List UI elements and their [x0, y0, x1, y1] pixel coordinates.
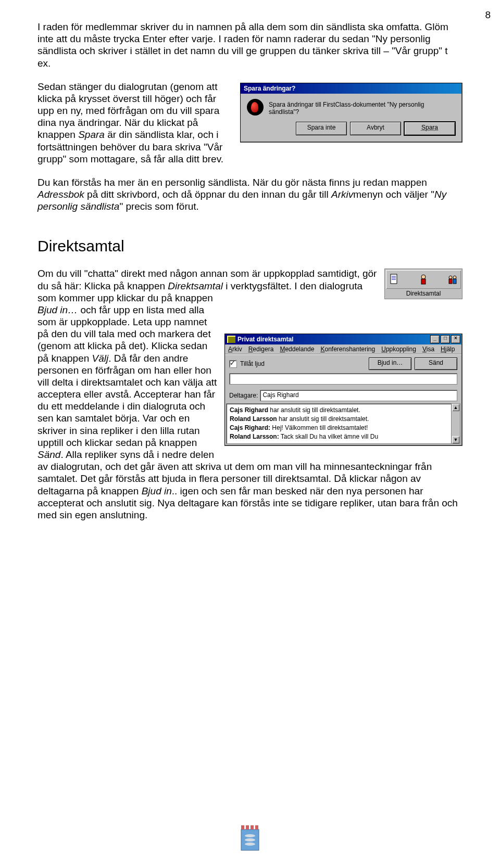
p3-e: menyn och väljer ": [353, 189, 434, 200]
p4-b: Direktsamtal: [168, 280, 223, 291]
log-3-who: Roland Larsson:: [230, 433, 279, 440]
save-button[interactable]: Spara: [404, 122, 455, 135]
menu-meddelande[interactable]: Meddelande: [280, 346, 314, 353]
log-3-text: Tack skall Du ha vilket ämne vill Du: [279, 433, 379, 440]
svg-point-7: [453, 276, 456, 279]
snippet-label: Direktsamtal: [385, 290, 462, 299]
people-icon: [447, 273, 458, 286]
save-dialog-title: Spara ändringar?: [241, 83, 461, 94]
svg-rect-5: [421, 279, 426, 284]
save-button-label: Spara: [421, 124, 438, 131]
invite-button[interactable]: Bjud in…: [369, 358, 411, 370]
scroll-down-button[interactable]: ▼: [452, 436, 459, 443]
svg-rect-14: [255, 825, 258, 829]
menu-konferens[interactable]: Konferenshantering: [320, 346, 375, 353]
log-0-who: Cajs Righard: [230, 406, 268, 414]
scroll-up-button[interactable]: ▲: [452, 404, 459, 411]
person-red-icon: [418, 273, 429, 286]
svg-rect-11: [241, 825, 244, 829]
menu-hjalp[interactable]: Hjälp: [441, 346, 455, 353]
svg-point-4: [421, 275, 426, 279]
svg-point-16: [245, 838, 255, 841]
window-icon: [227, 336, 235, 343]
participants-field: Cajs Righard: [260, 390, 457, 401]
send-button[interactable]: Sänd: [415, 358, 457, 370]
allow-sound-checkbox[interactable]: [229, 360, 237, 368]
save-dialog: Spara ändringar? Spara ändringar till Fi…: [240, 83, 463, 143]
p3-g: " precis som förut.: [119, 201, 198, 212]
footer-logo-icon: [237, 822, 263, 853]
svg-rect-13: [251, 825, 254, 829]
firstclass-icon: [247, 99, 264, 116]
paragraph-1: I raden för medlemmar skriver du in namn…: [38, 21, 463, 69]
svg-rect-8: [449, 279, 452, 284]
minimize-button[interactable]: _: [430, 335, 440, 343]
chat-dialog: Privat direktsamtal _ □ × Arkiv Redigera…: [224, 334, 463, 445]
page-icon: [389, 273, 399, 286]
paragraph-3: Du kan förstås ha mer än en personlig sä…: [38, 176, 463, 213]
svg-point-17: [245, 843, 255, 846]
log-2-who: Cajs Righard:: [230, 424, 270, 431]
allow-sound-label: Tillåt ljud: [240, 360, 366, 367]
p2-b: Spara: [78, 129, 105, 140]
svg-point-15: [245, 834, 255, 837]
heading-direktsamtal: Direktsamtal: [38, 237, 463, 255]
svg-rect-9: [453, 279, 456, 284]
maximize-button[interactable]: □: [441, 335, 450, 343]
dont-save-button[interactable]: Spara inte: [296, 122, 347, 135]
log-2-text: Hej! Välkommen till direktsamtalet!: [270, 424, 368, 431]
toolbar-snippet: Direktsamtal: [384, 269, 463, 299]
menu-redigera[interactable]: Redigera: [248, 346, 274, 353]
p3-c: på ditt skrivbord, och då öppnar du den …: [84, 189, 331, 200]
paragraph-1-text: I raden för medlemmar skriver du in namn…: [38, 21, 448, 69]
p3-d: Arkiv: [331, 189, 353, 200]
cancel-button[interactable]: Avbryt: [350, 122, 401, 135]
svg-rect-0: [391, 274, 397, 284]
participants-label: Deltagare:: [229, 392, 258, 399]
menu-uppkoppling[interactable]: Uppkoppling: [381, 346, 416, 353]
svg-point-6: [449, 276, 452, 279]
p3-b: Adressbok: [38, 189, 84, 200]
p4-g: . Då får den andre personen en förfrågan…: [38, 353, 217, 448]
menu-arkiv[interactable]: Arkiv: [228, 346, 242, 353]
chat-dialog-title: Privat direktsamtal: [238, 336, 428, 343]
close-button[interactable]: ×: [451, 335, 460, 343]
log-1-text: har anslutit sig till direktsamtalet.: [277, 415, 369, 423]
log-0-text: har anslutit sig till direktsamtalet.: [268, 406, 360, 414]
menu-bar[interactable]: Arkiv Redigera Meddelande Konferenshante…: [225, 344, 461, 354]
p4-j: Bjud in: [142, 486, 172, 496]
chat-log: Cajs Righard har anslutit sig till direk…: [226, 403, 460, 443]
menu-visa[interactable]: Visa: [422, 346, 434, 353]
p3-a: Du kan förstås ha mer än en personlig sä…: [38, 177, 427, 188]
svg-rect-12: [246, 825, 249, 829]
p4-d: Bjud in…: [38, 304, 78, 315]
page-number: 8: [485, 9, 491, 21]
log-1-who: Roland Larsson: [230, 415, 277, 423]
p4-f: Välj: [92, 353, 109, 364]
scrollbar[interactable]: ▲ ▼: [451, 404, 460, 443]
save-dialog-message: Spara ändringar till FirstClass-dokument…: [269, 99, 455, 116]
p4-h: Sänd: [38, 449, 60, 460]
message-input[interactable]: [229, 373, 457, 385]
